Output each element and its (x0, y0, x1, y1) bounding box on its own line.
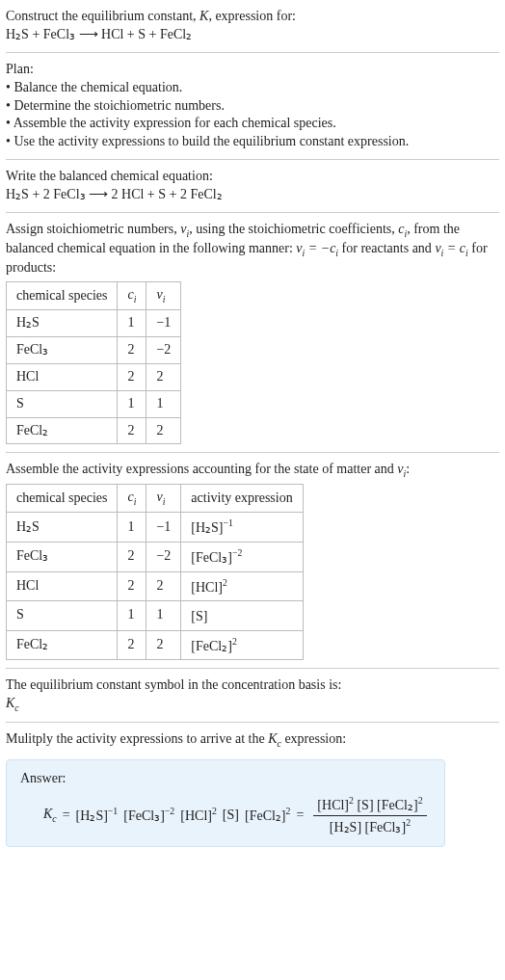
divider (6, 52, 499, 53)
cell-species: H₂S (7, 513, 118, 543)
term-5: [FeCl₂]2 (245, 805, 290, 826)
fraction-denominator: [H₂S] [FeCl₃]2 (326, 816, 414, 837)
table-row: H₂S1−1[H₂S]−1 (7, 513, 304, 543)
kc-lhs: Kc (43, 806, 57, 825)
plan-item-2: • Determine the stoichiometric numbers. (6, 97, 499, 116)
term-2: [FeCl₃]−2 (123, 805, 174, 826)
cell-c: 1 (118, 309, 146, 336)
table-header-row: chemical species ci νi (7, 281, 181, 309)
stoich-text: Assign stoichiometric numbers, νi, using… (6, 221, 499, 278)
cell-c: 2 (118, 417, 146, 444)
cell-activity: [H₂S]−1 (181, 513, 303, 543)
cell-v: 2 (146, 363, 181, 390)
plan-item-3: • Assemble the activity expression for e… (6, 115, 499, 133)
nu-eq-neg-c: νi = −ci (296, 241, 338, 255)
balanced-equation: H₂S + 2 FeCl₃ ⟶ 2 HCl + S + 2 FeCl₂ (6, 186, 499, 204)
plan-item-1: • Balance the chemical equation. (6, 79, 499, 97)
cell-species: FeCl₂ (7, 630, 118, 660)
table-row: S11[S] (7, 601, 304, 631)
cell-species: H₂S (7, 309, 118, 336)
cell-v: 1 (146, 390, 181, 417)
prompt: Construct the equilibrium constant, K, e… (6, 8, 499, 44)
cell-c: 1 (118, 390, 146, 417)
cell-v: −2 (146, 336, 181, 363)
plan-heading: Plan: (6, 61, 499, 79)
plan-item-4: • Use the activity expressions to build … (6, 133, 499, 151)
table-row: H₂S1−1 (7, 309, 181, 336)
cell-activity: [HCl]2 (181, 571, 303, 601)
cell-c: 2 (118, 571, 146, 601)
cell-v: 2 (146, 417, 181, 444)
divider (6, 212, 499, 213)
th-species: chemical species (7, 281, 118, 309)
cell-c: 2 (118, 630, 146, 660)
term-3: [HCl]2 (180, 805, 217, 826)
th-ci: ci (118, 485, 146, 513)
balanced-heading: Write the balanced chemical equation: (6, 168, 499, 186)
cell-species: FeCl₂ (7, 417, 118, 444)
activity-table: chemical species ci νi activity expressi… (6, 484, 304, 660)
table-row: HCl22[HCl]2 (7, 571, 304, 601)
cell-v: −1 (146, 513, 181, 543)
multiply-b: expression: (281, 731, 346, 746)
divider (6, 452, 499, 453)
divider (6, 722, 499, 723)
cell-v: 2 (146, 571, 181, 601)
cell-c: 2 (118, 542, 146, 571)
answer-box: Answer: Kc = [H₂S]−1 [FeCl₃]−2 [HCl]2 [S… (6, 759, 445, 847)
kc-symbol: Kc (6, 695, 499, 714)
stoich-d: for reactants and (338, 241, 435, 255)
plan: Plan: • Balance the chemical equation. •… (6, 61, 499, 151)
table-row: FeCl₃2−2[FeCl₃]−2 (7, 542, 304, 571)
th-activity: activity expression (181, 485, 303, 513)
stoich-table: chemical species ci νi H₂S1−1 FeCl₃2−2 H… (6, 281, 181, 444)
term-1: [H₂S]−1 (76, 805, 119, 826)
cell-v: 2 (146, 630, 181, 660)
th-nui: νi (146, 281, 181, 309)
cell-species: S (7, 601, 118, 631)
table-row: FeCl₃2−2 (7, 336, 181, 363)
multiply-a: Mulitply the activity expressions to arr… (6, 731, 268, 746)
c-i: ci (398, 222, 407, 236)
table-header-row: chemical species ci νi activity expressi… (7, 485, 304, 513)
divider (6, 159, 499, 160)
activity-b: : (406, 462, 410, 476)
divider (6, 668, 499, 669)
cell-c: 1 (118, 513, 146, 543)
nu-i-2: νi (397, 462, 406, 476)
cell-c: 2 (118, 336, 146, 363)
answer-label: Answer: (20, 770, 431, 788)
cell-v: −2 (146, 542, 181, 571)
cell-species: FeCl₃ (7, 336, 118, 363)
cell-c: 2 (118, 363, 146, 390)
cell-species: HCl (7, 363, 118, 390)
prompt-text-a: Construct the equilibrium constant, (6, 9, 199, 23)
cell-v: −1 (146, 309, 181, 336)
cell-activity: [FeCl₂]2 (181, 630, 303, 660)
term-4: [S] (223, 807, 239, 825)
stoich-b: , using the stoichiometric coefficients, (189, 222, 398, 236)
th-ci: ci (118, 281, 146, 309)
cell-v: 1 (146, 601, 181, 631)
activity-text: Assemble the activity expressions accoun… (6, 461, 499, 480)
th-nui: νi (146, 485, 181, 513)
activity-a: Assemble the activity expressions accoun… (6, 462, 397, 476)
table-row: S11 (7, 390, 181, 417)
table-row: FeCl₂22 (7, 417, 181, 444)
k-symbol: K (199, 9, 208, 23)
multiply-text: Mulitply the activity expressions to arr… (6, 730, 499, 750)
cell-activity: [S] (181, 601, 303, 631)
kc-inline: Kc (268, 731, 281, 746)
cell-species: FeCl₃ (7, 542, 118, 571)
symbol-text: The equilibrium constant symbol in the c… (6, 676, 499, 695)
cell-species: HCl (7, 571, 118, 601)
equals-1: = (63, 807, 70, 825)
nu-i: νi (180, 222, 189, 236)
stoich-a: Assign stoichiometric numbers, (6, 222, 180, 236)
th-species: chemical species (7, 485, 118, 513)
cell-species: S (7, 390, 118, 417)
cell-activity: [FeCl₃]−2 (181, 542, 303, 571)
answer-fraction: [HCl]2 [S] [FeCl₂]2 [H₂S] [FeCl₃]2 (313, 794, 426, 836)
symbol-section: The equilibrium constant symbol in the c… (6, 676, 499, 714)
fraction-numerator: [HCl]2 [S] [FeCl₂]2 (313, 794, 426, 816)
